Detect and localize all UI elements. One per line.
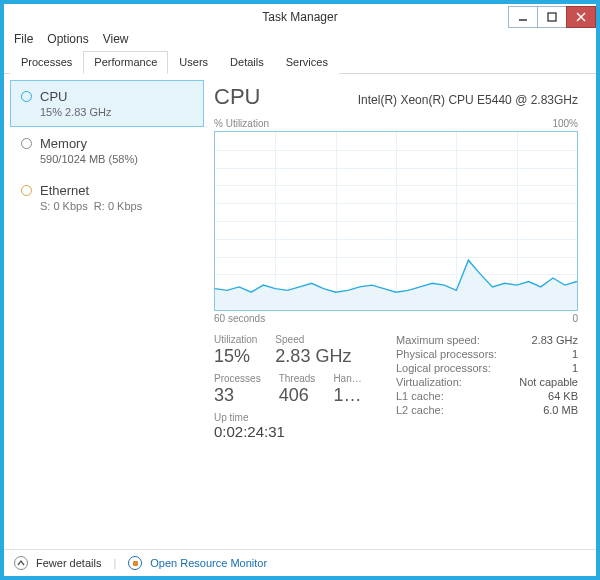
tab-services[interactable]: Services — [275, 51, 339, 74]
tab-users[interactable]: Users — [168, 51, 219, 74]
open-resource-monitor-link[interactable]: Open Resource Monitor — [150, 557, 267, 569]
sidebar-cpu-sub: 15% 2.83 GHz — [40, 106, 193, 118]
handles-value: 1… — [333, 385, 361, 406]
minimize-button[interactable] — [508, 6, 538, 28]
uptime-label: Up time — [214, 412, 374, 423]
svg-rect-1 — [548, 13, 556, 21]
processes-value: 33 — [214, 385, 261, 406]
chart-xmax: 60 seconds — [214, 313, 265, 324]
detail-title: CPU — [214, 84, 260, 110]
ethernet-icon — [21, 185, 32, 196]
menu-bar: File Options View — [4, 30, 596, 50]
menu-options[interactable]: Options — [47, 32, 88, 46]
tab-strip: Processes Performance Users Details Serv… — [4, 50, 596, 74]
cpu-icon — [21, 91, 32, 102]
chevron-up-icon[interactable] — [14, 556, 28, 570]
sidebar-cpu-title: CPU — [40, 89, 67, 104]
menu-file[interactable]: File — [14, 32, 33, 46]
sidebar-ethernet-title: Ethernet — [40, 183, 89, 198]
maximize-button[interactable] — [537, 6, 567, 28]
l1-value: 64 KB — [548, 390, 578, 402]
close-button[interactable] — [566, 6, 596, 28]
cpu-model: Intel(R) Xeon(R) CPU E5440 @ 2.83GHz — [274, 93, 578, 107]
speed-value: 2.83 GHz — [275, 346, 351, 367]
threads-label: Threads — [279, 373, 316, 384]
fewer-details-button[interactable]: Fewer details — [36, 557, 101, 569]
log-proc-label: Logical processors: — [396, 362, 491, 374]
tab-performance[interactable]: Performance — [83, 51, 168, 74]
phys-proc-value: 1 — [572, 348, 578, 360]
sidebar-item-memory[interactable]: Memory 590/1024 MB (58%) — [10, 127, 204, 174]
l1-label: L1 cache: — [396, 390, 444, 402]
sidebar-item-ethernet[interactable]: Ethernet S: 0 Kbps R: 0 Kbps — [10, 174, 204, 221]
sidebar-memory-sub: 590/1024 MB (58%) — [40, 153, 193, 165]
sidebar-ethernet-sub: S: 0 Kbps R: 0 Kbps — [40, 200, 193, 212]
utilization-label: Utilization — [214, 334, 257, 345]
menu-view[interactable]: View — [103, 32, 129, 46]
performance-sidebar: CPU 15% 2.83 GHz Memory 590/1024 MB (58%… — [4, 74, 204, 534]
log-proc-value: 1 — [572, 362, 578, 374]
sidebar-memory-title: Memory — [40, 136, 87, 151]
utilization-chart — [214, 131, 578, 311]
virt-value: Not capable — [519, 376, 578, 388]
max-speed-label: Maximum speed: — [396, 334, 480, 346]
resource-monitor-icon — [128, 556, 142, 570]
processes-label: Processes — [214, 373, 261, 384]
handles-label: Han… — [333, 373, 361, 384]
title-bar: Task Manager — [4, 4, 596, 30]
uptime-value: 0:02:24:31 — [214, 423, 374, 440]
chart-ylabel: % Utilization — [214, 118, 269, 129]
tab-processes[interactable]: Processes — [10, 51, 83, 74]
max-speed-value: 2.83 GHz — [532, 334, 578, 346]
detail-panel: CPU Intel(R) Xeon(R) CPU E5440 @ 2.83GHz… — [204, 74, 596, 534]
chart-xmin: 0 — [572, 313, 578, 324]
sidebar-item-cpu[interactable]: CPU 15% 2.83 GHz — [10, 80, 204, 127]
speed-label: Speed — [275, 334, 351, 345]
l2-label: L2 cache: — [396, 404, 444, 416]
phys-proc-label: Physical processors: — [396, 348, 497, 360]
footer-bar: Fewer details | Open Resource Monitor — [4, 549, 596, 576]
chart-ymax: 100% — [552, 118, 578, 129]
memory-icon — [21, 138, 32, 149]
tab-details[interactable]: Details — [219, 51, 275, 74]
utilization-value: 15% — [214, 346, 257, 367]
l2-value: 6.0 MB — [543, 404, 578, 416]
virt-label: Virtualization: — [396, 376, 462, 388]
threads-value: 406 — [279, 385, 316, 406]
